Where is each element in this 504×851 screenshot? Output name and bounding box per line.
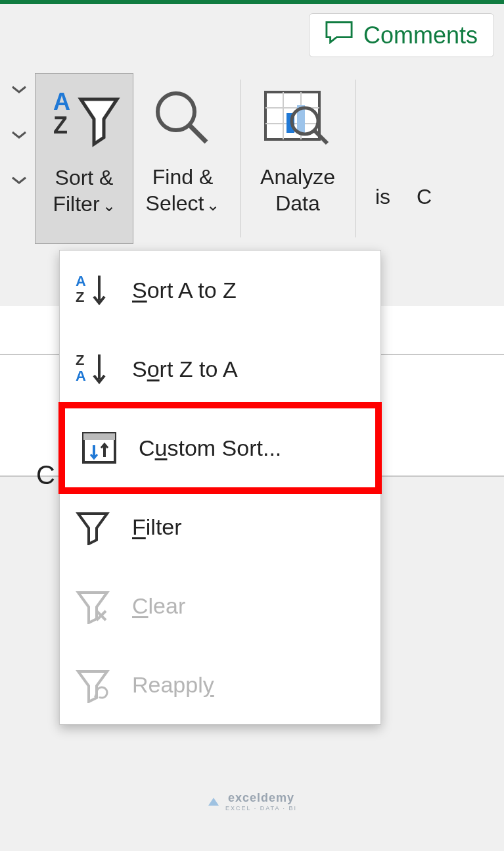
svg-rect-20 <box>83 433 115 440</box>
chevron-down-icon[interactable] <box>10 174 28 189</box>
ribbon-divider <box>355 80 355 237</box>
clear-filter-icon <box>74 587 111 624</box>
svg-text:Z: Z <box>76 289 84 305</box>
svg-line-3 <box>189 125 206 142</box>
sort-and-filter-button[interactable]: A Z Sort & Filter⌄ <box>35 73 133 244</box>
sort-filter-icon: A Z <box>48 76 120 162</box>
analyze-data-icon <box>262 76 334 161</box>
ribbon-chevron-stack <box>0 73 35 189</box>
reapply-filter-icon <box>74 666 111 703</box>
sort-filter-dropdown: A Z SSort A to Zort A to Z Z A Sort Z to… <box>59 250 381 725</box>
menu-filter[interactable]: Filter <box>60 487 380 566</box>
menu-reapply: Reapply <box>60 645 380 724</box>
watermark: exceldemy EXCEL · DATA · BI <box>0 791 504 812</box>
ribbon-divider <box>240 80 241 237</box>
filter-icon <box>74 508 111 545</box>
sort-desc-icon: Z A <box>74 351 111 387</box>
svg-text:A: A <box>53 88 70 115</box>
svg-text:Z: Z <box>76 352 84 368</box>
menu-label: Clear <box>132 593 366 619</box>
svg-text:A: A <box>76 273 86 289</box>
menu-label: Reapply <box>132 672 366 698</box>
sort-and-filter-label: Sort & Filter⌄ <box>53 164 115 217</box>
sort-asc-icon: A Z <box>74 272 111 308</box>
menu-clear: Clear <box>60 566 380 645</box>
menu-label: Filter <box>132 514 366 540</box>
custom-sort-icon <box>81 429 118 466</box>
find-and-select-label: Find & Select⌄ <box>146 164 220 216</box>
menu-label: Sort Z to A <box>132 356 366 382</box>
svg-point-2 <box>158 93 195 130</box>
find-and-select-button[interactable]: Find & Select⌄ <box>133 73 232 244</box>
comments-button[interactable]: Comments <box>309 13 494 57</box>
analyze-data-button[interactable]: Analyze Data <box>248 73 347 244</box>
ribbon-cutoff-text: is C <box>363 73 432 209</box>
menu-label: SSort A to Zort A to Z <box>132 278 366 303</box>
comment-icon <box>325 20 353 50</box>
menu-custom-sort[interactable]: Custom Sort... <box>58 402 382 494</box>
menu-sort-z-to-a[interactable]: Z A Sort Z to A <box>60 329 380 408</box>
find-icon <box>150 76 216 161</box>
title-bar-region: Comments <box>0 4 504 66</box>
svg-text:Z: Z <box>53 112 68 139</box>
menu-sort-a-to-z[interactable]: A Z SSort A to Zort A to Z <box>60 251 380 329</box>
menu-label: Custom Sort... <box>139 435 359 461</box>
chevron-down-icon[interactable] <box>10 83 28 99</box>
ribbon: A Z Sort & Filter⌄ Find & Select⌄ <box>0 66 504 247</box>
analyze-data-label: Analyze Data <box>260 164 335 216</box>
chevron-down-icon[interactable] <box>10 128 28 144</box>
worksheet-cell-text: C <box>36 460 55 490</box>
comments-label: Comments <box>363 22 478 49</box>
svg-text:A: A <box>76 368 86 384</box>
